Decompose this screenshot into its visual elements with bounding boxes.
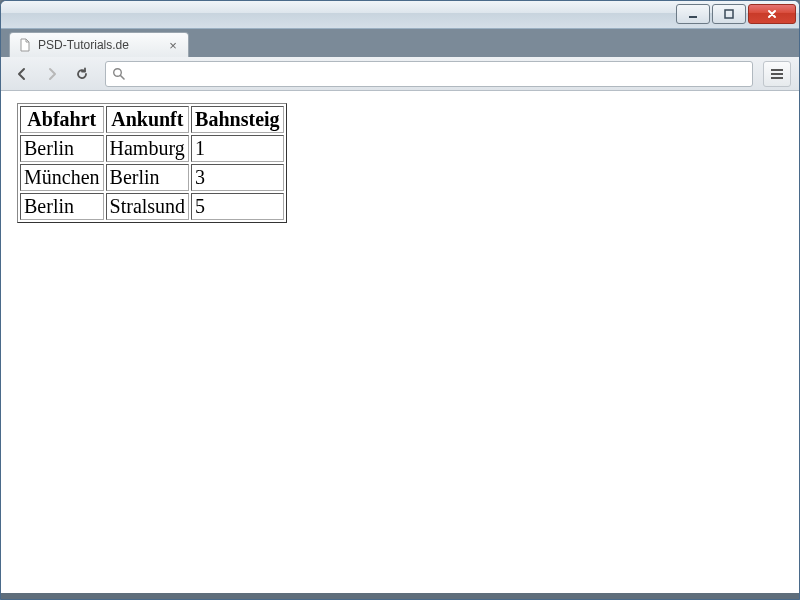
minimize-button[interactable]: [676, 4, 710, 24]
table-row: Berlin Hamburg 1: [20, 135, 284, 162]
table-row: Berlin Stralsund 5: [20, 193, 284, 220]
minimize-icon: [687, 8, 699, 20]
page-content: Abfahrt Ankunft Bahnsteig Berlin Hamburg…: [1, 91, 799, 593]
window-bottom-edge: [1, 593, 799, 599]
table-cell: Berlin: [20, 193, 104, 220]
svg-rect-6: [771, 77, 783, 79]
close-icon: [766, 8, 778, 20]
back-button[interactable]: [9, 61, 35, 87]
menu-button[interactable]: [763, 61, 791, 87]
close-tab-button[interactable]: ×: [166, 38, 180, 52]
table-cell: 3: [191, 164, 283, 191]
close-tab-icon: ×: [169, 39, 177, 52]
url-input[interactable]: [131, 66, 746, 81]
page-favicon-icon: [18, 38, 32, 52]
reload-icon: [74, 66, 90, 82]
arrow-right-icon: [44, 66, 60, 82]
arrow-left-icon: [14, 66, 30, 82]
browser-window: PSD-Tutorials.de × A: [0, 0, 800, 600]
maximize-button[interactable]: [712, 4, 746, 24]
table-header: Ankunft: [106, 106, 190, 133]
svg-rect-5: [771, 73, 783, 75]
svg-rect-4: [771, 69, 783, 71]
table-row: München Berlin 3: [20, 164, 284, 191]
table-cell: München: [20, 164, 104, 191]
schedule-table: Abfahrt Ankunft Bahnsteig Berlin Hamburg…: [17, 103, 287, 223]
table-cell: Berlin: [106, 164, 190, 191]
table-cell: 1: [191, 135, 283, 162]
svg-rect-1: [725, 10, 733, 18]
browser-toolbar: [1, 57, 799, 91]
table-cell: Hamburg: [106, 135, 190, 162]
forward-button[interactable]: [39, 61, 65, 87]
maximize-icon: [723, 8, 735, 20]
browser-tab[interactable]: PSD-Tutorials.de ×: [9, 32, 189, 57]
table-header: Abfahrt: [20, 106, 104, 133]
window-titlebar: [1, 1, 799, 29]
table-cell: Stralsund: [106, 193, 190, 220]
close-window-button[interactable]: [748, 4, 796, 24]
search-icon: [112, 67, 125, 80]
table-header: Bahnsteig: [191, 106, 283, 133]
svg-rect-0: [689, 16, 697, 18]
svg-line-3: [121, 76, 125, 80]
reload-button[interactable]: [69, 61, 95, 87]
tab-title: PSD-Tutorials.de: [38, 38, 129, 52]
table-header-row: Abfahrt Ankunft Bahnsteig: [20, 106, 284, 133]
table-cell: Berlin: [20, 135, 104, 162]
table-cell: 5: [191, 193, 283, 220]
hamburger-icon: [770, 68, 784, 80]
address-bar[interactable]: [105, 61, 753, 87]
tab-strip: PSD-Tutorials.de ×: [1, 29, 799, 57]
